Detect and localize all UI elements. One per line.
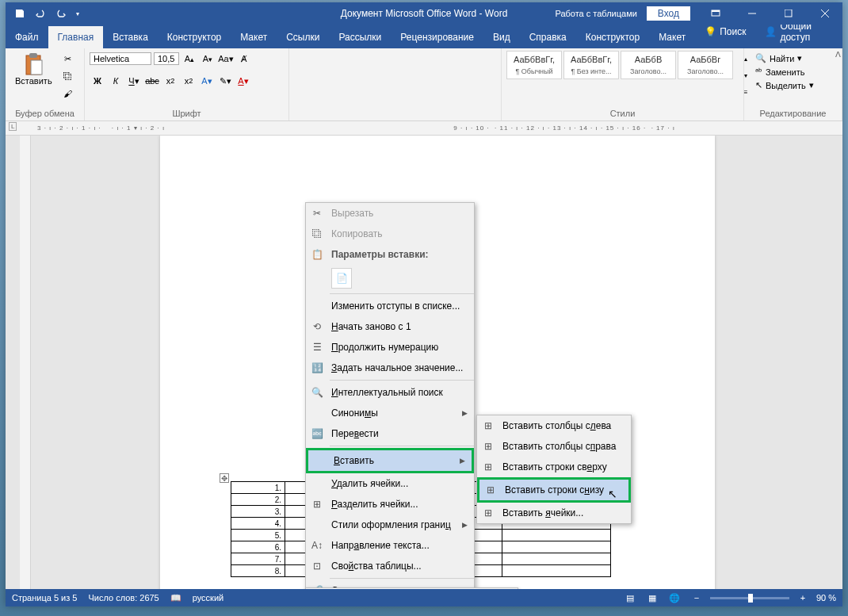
status-language[interactable]: русский [193, 593, 223, 603]
find-button[interactable]: 🔍Найти ▾ [752, 52, 834, 64]
tab-table-layout[interactable]: Макет [649, 26, 695, 48]
menu-insert[interactable]: Вставить▶ [308, 450, 472, 471]
ribbon-display-icon[interactable] [698, 2, 733, 25]
submenu-cols-right[interactable]: ⊞Вставить столбцы справа [477, 436, 631, 457]
subscript-button[interactable]: x2 [162, 73, 178, 89]
font-name-select[interactable] [90, 52, 151, 65]
format-painter-icon[interactable]: 🖌 [60, 86, 76, 101]
undo-icon[interactable] [31, 4, 50, 23]
svg-rect-8 [31, 60, 42, 75]
strike-button[interactable]: abc [144, 73, 160, 89]
underline-button[interactable]: Ч▾ [126, 73, 142, 89]
tab-mailings[interactable]: Рассылки [329, 26, 391, 48]
status-page[interactable]: Страница 5 из 5 [12, 593, 77, 603]
zoom-level[interactable]: 90 % [816, 593, 836, 603]
tab-view[interactable]: Вид [483, 26, 520, 48]
svg-rect-7 [29, 53, 37, 58]
restart-icon: ⟲ [309, 319, 325, 334]
menu-border-styles[interactable]: Стили оформления границ▶ [306, 515, 474, 535]
text-effects-icon[interactable]: A▾ [199, 73, 215, 89]
table-tools-label: Работа с таблицами [547, 7, 644, 20]
bold-button[interactable]: Ж [90, 73, 105, 89]
zoom-slider[interactable] [710, 597, 789, 599]
style-gallery[interactable]: АаБбВвГг,¶ Обычный АаБбВвГг,¶ Без инте..… [506, 51, 733, 79]
clipboard-icon: 📋 [309, 247, 325, 262]
tab-layout[interactable]: Макет [231, 26, 277, 48]
web-layout-icon[interactable]: 🌐 [666, 591, 683, 605]
submenu-rows-above[interactable]: ⊞Вставить строки сверху [477, 457, 631, 477]
insert-submenu: ⊞Вставить столбцы слева ⊞Вставить столбц… [476, 415, 632, 524]
maximize-icon[interactable] [771, 2, 806, 25]
status-word-count[interactable]: Число слов: 2675 [88, 593, 159, 603]
submenu-cells[interactable]: ⊞Вставить ячейки... [477, 503, 631, 523]
styles-group-label: Стили [506, 109, 739, 121]
zoom-in-icon[interactable]: + [794, 591, 812, 605]
tab-insert[interactable]: Вставка [103, 26, 158, 48]
font-size-select[interactable] [154, 52, 179, 65]
font-color-icon[interactable]: A▾ [235, 73, 251, 89]
style-no-spacing[interactable]: АаБбВвГг,¶ Без инте... [563, 51, 619, 79]
submenu-rows-below[interactable]: ⊞Вставить строки снизу [479, 480, 628, 500]
ribbon: Вставить ✂ ⿻ 🖌 Буфер обмена A▴ A▾ Aa▾ A̸ [6, 48, 842, 121]
spellcheck-icon[interactable]: 📖 [170, 593, 181, 603]
menu-synonyms[interactable]: Синонимы▶ [306, 403, 474, 423]
select-button[interactable]: ↖Выделить ▾ [752, 79, 834, 91]
find-icon: 🔍 [755, 53, 766, 63]
copy-icon[interactable]: ⿻ [60, 68, 76, 84]
close-icon[interactable] [808, 2, 842, 25]
context-menu: ✂Вырезать ⿻Копировать 📋Параметры вставки… [305, 202, 475, 589]
redo-icon[interactable] [52, 4, 71, 23]
replace-button[interactable]: ᵃᵇЗаменить [752, 66, 834, 78]
qat-dropdown-icon[interactable]: ▾ [72, 4, 83, 23]
style-heading1[interactable]: АаБбВЗаголово... [621, 51, 676, 79]
cut-icon[interactable]: ✂ [60, 51, 76, 67]
tab-help[interactable]: Справка [520, 26, 576, 48]
menu-list-indent[interactable]: Изменить отступы в списке... [306, 296, 474, 316]
table-move-handle[interactable]: ✥ [220, 473, 229, 483]
save-icon[interactable] [10, 4, 29, 23]
search-icon: 🔍 [309, 385, 325, 400]
tab-review[interactable]: Рецензирование [391, 26, 483, 48]
menu-cut: ✂Вырезать [306, 203, 474, 224]
collapse-ribbon-icon[interactable]: ᐱ [835, 50, 841, 59]
menu-smart-lookup[interactable]: 🔍Интеллектуальный поиск [306, 382, 474, 403]
italic-button[interactable]: К [108, 73, 124, 89]
menu-delete-cells[interactable]: Удалить ячейки... [306, 473, 474, 494]
grow-font-icon[interactable]: A▴ [181, 51, 197, 67]
submenu-cols-left[interactable]: ⊞Вставить столбцы слева [477, 415, 631, 436]
read-mode-icon[interactable]: ▤ [621, 591, 639, 605]
split-cells-icon: ⊞ [309, 497, 325, 511]
change-case-icon[interactable]: Aa▾ [218, 51, 234, 67]
menu-translate[interactable]: 🔤Перевести [306, 423, 474, 444]
menu-continue-numbering[interactable]: ☰Продолжить нумерацию [306, 337, 474, 358]
menu-restart-numbering[interactable]: ⟲Начать заново с 1 [306, 316, 474, 337]
clear-format-icon[interactable]: A̸ [236, 51, 252, 67]
mini-toolbar: ▾ ▾ A˄ A˅ ≡▾ 1≡▾ ⊞▾ ◫ Ж К Ч ✎▾ A▾ ⊡▾ ≡▾ … [305, 587, 518, 589]
paste-button[interactable]: Вставить [10, 51, 57, 87]
zoom-out-icon[interactable]: − [688, 591, 705, 605]
select-label: Выделить [766, 81, 806, 90]
highlight-icon[interactable]: ✎▾ [217, 73, 233, 89]
tab-home[interactable]: Главная [48, 26, 104, 48]
menu-split-cells[interactable]: ⊞Разделить ячейки... [306, 494, 474, 515]
menu-text-direction[interactable]: A↕Направление текста... [306, 535, 474, 556]
paste-option-icon[interactable]: 📄 [331, 268, 352, 289]
tab-selector[interactable]: L [9, 122, 17, 131]
shrink-font-icon[interactable]: A▾ [200, 51, 216, 67]
print-layout-icon[interactable]: ▦ [644, 591, 661, 605]
superscript-button[interactable]: x2 [181, 73, 197, 89]
tab-file[interactable]: Файл [6, 26, 48, 48]
tab-table-design[interactable]: Конструктор [576, 26, 649, 48]
minimize-icon[interactable] [735, 2, 770, 25]
statusbar: Страница 5 из 5 Число слов: 2675 📖 русск… [6, 589, 842, 606]
menu-copy: ⿻Копировать [306, 224, 474, 244]
menu-set-value[interactable]: 🔢Задать начальное значение... [306, 358, 474, 378]
style-heading2[interactable]: АаБбВгЗаголово... [678, 51, 733, 79]
login-button[interactable]: Вход [647, 6, 690, 21]
style-normal[interactable]: АаБбВвГг,¶ Обычный [506, 51, 562, 79]
tab-design[interactable]: Конструктор [158, 26, 231, 48]
menu-table-properties[interactable]: ⊡Свойства таблицы... [306, 556, 474, 576]
tab-references[interactable]: Ссылки [277, 26, 329, 48]
editing-group-label: Редактирование [749, 109, 837, 121]
insert-rows-above-icon: ⊞ [480, 460, 496, 474]
